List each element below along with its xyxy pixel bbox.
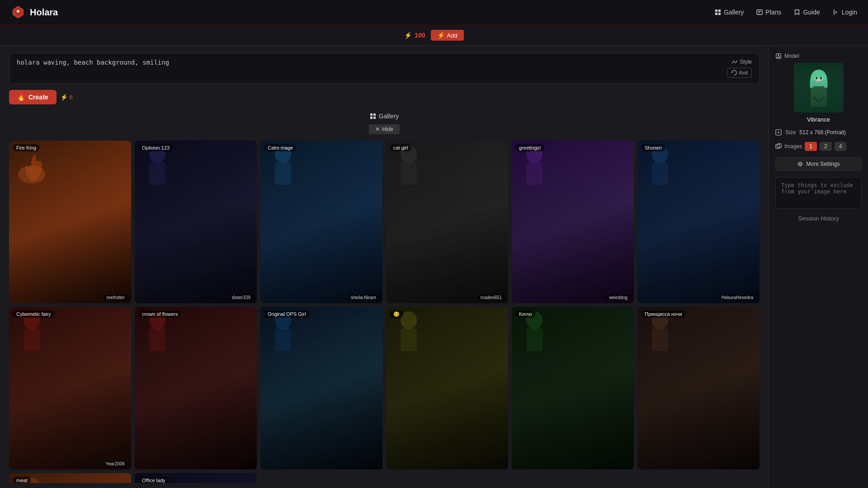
card-title: Calm mage [264,144,297,151]
prompt-input[interactable]: holara waving, beach background, smiling [17,59,727,77]
svg-rect-4 [715,13,717,15]
image-card[interactable]: meat [9,473,131,483]
image-card[interactable]: Office lady [135,473,257,483]
negative-prompt-input[interactable] [775,177,862,209]
more-settings-button[interactable]: More Settings [775,157,862,171]
card-title: Shonen [641,144,665,151]
card-title: cat girl [390,144,411,151]
size-label: Size [785,129,796,136]
cost-badge: ⚡ 6 [60,94,73,101]
images-section: Images 1 2 4 [775,142,862,151]
svg-rect-24 [386,141,508,303]
cost-bolt-icon: ⚡ [60,94,68,101]
card-title: Kemo [515,310,536,318]
image-card[interactable]: Cybernetic fairyYear2006 [9,307,131,469]
image-grid: Fire KingreefrotterOplivion 123dister339… [9,141,760,483]
image-card[interactable]: ShonenHekuraHexedra [637,141,760,303]
svg-rect-39 [260,307,382,469]
svg-rect-6 [757,10,762,15]
image-count-2-button[interactable]: 2 [820,142,832,151]
model-label-row: Model [775,53,799,59]
svg-rect-45 [512,307,634,469]
svg-rect-12 [370,117,373,119]
image-card[interactable]: Calm magesheila-Niram [260,141,382,303]
card-author: weirddog [606,295,630,300]
card-title: Cybernetic fairy [13,310,54,318]
svg-rect-36 [135,307,257,469]
gallery-section: Gallery ✕ Hide Fire KingreefrotterOplivi… [9,113,760,483]
hide-gallery-button[interactable]: ✕ Hide [369,124,400,134]
svg-rect-15 [9,141,131,303]
image-card[interactable]: Original OPS Girl [260,307,382,469]
model-thumbnail[interactable] [794,63,844,113]
card-title: 😊 [390,310,403,318]
image-card[interactable]: Oplivion 123dister339 [135,141,257,303]
gallery-header: Gallery ✕ Hide [9,113,760,134]
credits-display: ⚡ 100 [404,32,425,39]
card-author: Year2006 [103,461,127,467]
image-card[interactable]: Kemo [512,307,634,469]
image-card[interactable]: Fire Kingreefrotter [9,141,131,303]
image-card[interactable]: 😊 [386,307,508,469]
card-author: sheila-Niram [348,295,379,300]
images-label: Images [784,143,802,150]
image-card[interactable]: crown of flowers [135,307,257,469]
svg-rect-13 [373,117,376,119]
image-count-1-button[interactable]: 1 [805,142,817,151]
svg-point-56 [778,55,779,56]
svg-marker-9 [732,71,733,73]
session-history-label[interactable]: Session History [775,215,862,222]
nav-gallery[interactable]: Gallery [715,9,744,16]
roll-button[interactable]: Roll [727,68,752,78]
svg-rect-18 [135,141,257,303]
card-author: reefrotter [104,295,127,300]
right-sidebar: Model [769,46,868,488]
nav-guide[interactable]: Guide [794,9,820,16]
svg-rect-3 [718,9,721,12]
image-card[interactable]: greetings!weirddog [512,141,634,303]
model-name: Vibrance [807,116,830,123]
size-section: Size 512 x 768 (Portrait) [775,129,862,136]
svg-rect-11 [373,113,376,116]
card-title: Принцесса ночи [641,310,686,318]
create-icon: 🔥 [17,94,25,101]
card-author: HekuraHexedra [719,295,756,300]
svg-point-63 [820,76,822,80]
bolt-icon: ⚡ [404,32,412,39]
image-card[interactable]: cat girlrcaden651 [386,141,508,303]
card-title: meat [13,477,31,483]
card-title: Fire King [13,144,40,151]
create-button[interactable]: 🔥 Create [9,90,57,104]
svg-point-62 [815,76,818,80]
svg-rect-30 [637,141,760,303]
cost-value: 6 [70,94,73,101]
svg-rect-42 [386,307,508,469]
top-bar: Holara Gallery Plans Guide Login [0,0,868,25]
card-title: crown of flowers [138,310,181,318]
logo-icon [11,5,25,19]
main-layout: holara waving, beach background, smiling… [0,46,868,488]
add-credits-button[interactable]: ⚡ Add [431,30,464,41]
card-title: Office lady [138,477,169,483]
svg-point-71 [799,163,802,165]
image-card[interactable]: Принцесса ночи [637,307,760,469]
card-title: Oplivion 123 [138,144,173,151]
svg-rect-21 [260,141,382,303]
logo-text: Holara [30,7,58,18]
credits-amount: 100 [415,32,425,39]
nav-login[interactable]: Login [833,9,857,16]
nav-links: Gallery Plans Guide Login [715,9,857,16]
content-area: holara waving, beach background, smiling… [0,46,769,488]
credits-bar: ⚡ 100 ⚡ Add [0,25,868,46]
svg-rect-59 [811,86,827,107]
card-title: greetings! [515,144,544,151]
image-count-4-button[interactable]: 4 [835,142,847,151]
prompt-controls: Style Roll [727,59,752,78]
prompt-container: holara waving, beach background, smiling… [9,53,760,84]
svg-rect-33 [9,307,131,469]
gallery-label-row: Gallery [370,113,399,120]
model-section: Model [775,53,862,123]
style-button[interactable]: Style [731,59,752,65]
nav-plans[interactable]: Plans [756,9,781,16]
svg-point-61 [813,71,824,78]
